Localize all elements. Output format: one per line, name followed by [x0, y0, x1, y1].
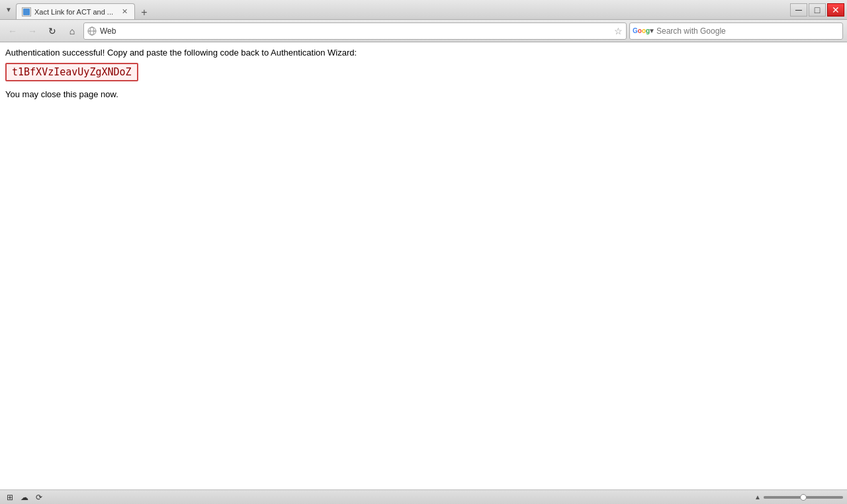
- tab-close-btn[interactable]: ✕: [120, 7, 129, 17]
- tab-title: Xact Link for ACT and ...: [34, 8, 117, 16]
- window-chrome: ▼ Xact Link for ACT and ... ✕ + ─ □ ✕ ← …: [0, 0, 847, 42]
- status-icon-refresh[interactable]: ⟳: [33, 491, 45, 503]
- home-button[interactable]: ⌂: [64, 22, 81, 40]
- page-content: Authentication successful! Copy and past…: [0, 42, 847, 489]
- window-controls: ─ □ ✕: [790, 3, 844, 17]
- address-input[interactable]: [100, 26, 613, 36]
- zoom-up-arrow[interactable]: ▲: [754, 493, 761, 501]
- title-bar: ▼ Xact Link for ACT and ... ✕ + ─ □ ✕: [0, 0, 847, 20]
- new-tab-button[interactable]: +: [136, 6, 152, 19]
- tab-bar: Xact Link for ACT and ... ✕ +: [16, 0, 790, 19]
- status-right-controls: ▲: [754, 493, 843, 501]
- close-button[interactable]: ✕: [827, 3, 844, 17]
- search-input[interactable]: [656, 26, 840, 36]
- svg-rect-0: [23, 9, 30, 15]
- status-icon-windows[interactable]: ⊞: [4, 491, 16, 503]
- search-provider-dropdown[interactable]: ▼: [647, 26, 656, 36]
- address-bar[interactable]: ☆: [83, 22, 627, 40]
- auth-code-display: t1BfXVzIeavUyZgXNDoZ: [5, 63, 138, 81]
- back-button[interactable]: ←: [4, 22, 21, 40]
- zoom-slider-thumb: [800, 494, 807, 501]
- status-left-icons: ⊞ ☁ ⟳: [4, 491, 45, 503]
- bookmark-star[interactable]: ☆: [613, 26, 623, 36]
- minimize-button[interactable]: ─: [790, 3, 807, 17]
- status-icon-cloud[interactable]: ☁: [19, 491, 30, 503]
- zoom-slider[interactable]: [764, 496, 843, 499]
- google-icon: Goog: [633, 26, 646, 36]
- forward-button[interactable]: →: [24, 22, 41, 40]
- tab-favicon: [22, 7, 31, 17]
- status-bar: ⊞ ☁ ⟳ ▲: [0, 489, 847, 504]
- maximize-button[interactable]: □: [809, 3, 826, 17]
- search-bar[interactable]: Goog ▼: [629, 22, 843, 40]
- navigation-bar: ← → ↻ ⌂ ☆ Goog ▼: [0, 20, 847, 42]
- zoom-control: ▲: [754, 493, 843, 501]
- active-tab[interactable]: Xact Link for ACT and ... ✕: [16, 3, 135, 19]
- refresh-button[interactable]: ↻: [44, 22, 61, 40]
- auth-success-message: Authentication successful! Copy and past…: [5, 48, 842, 58]
- close-page-message: You may close this page now.: [5, 89, 842, 99]
- tab-dropdown-btn[interactable]: ▼: [3, 3, 15, 17]
- address-bar-icon: [87, 26, 97, 36]
